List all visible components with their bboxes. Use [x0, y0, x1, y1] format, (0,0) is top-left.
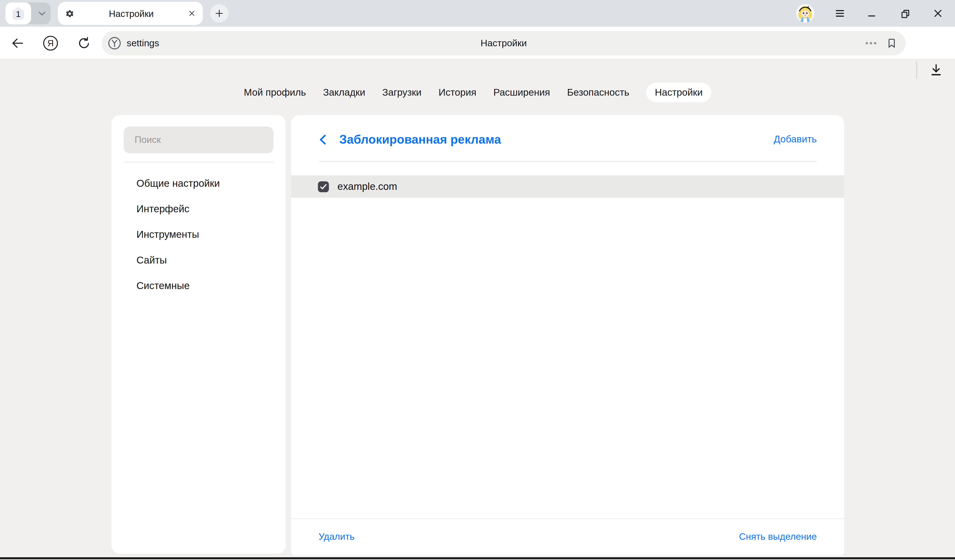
panel-back-icon[interactable]: [318, 134, 328, 145]
downloads-button[interactable]: [928, 62, 944, 78]
sidebar-item-interface[interactable]: Интерфейс: [111, 196, 286, 222]
delete-button[interactable]: Удалить: [318, 531, 355, 542]
panel-footer-divider: [291, 518, 844, 519]
browser-window: 1 Настройки: [0, 0, 955, 560]
blocked-site-row[interactable]: example.com: [291, 175, 844, 198]
tab-count: 1: [10, 5, 26, 21]
refresh-button[interactable]: [77, 36, 91, 51]
tab-counter-group: 1: [5, 2, 51, 24]
settings-sidebar: Общие настройки Интерфейс Инструменты Са…: [111, 115, 286, 554]
blocked-ads-panel: Заблокированная реклама Добавить example…: [291, 115, 844, 555]
site-badge-icon[interactable]: [108, 36, 121, 50]
sidebar-item-tools[interactable]: Инструменты: [111, 222, 286, 247]
tab-close-icon[interactable]: [188, 9, 196, 18]
sidebar-item-system[interactable]: Системные: [111, 273, 286, 298]
gear-icon: [64, 8, 75, 19]
active-tab[interactable]: Настройки: [58, 2, 203, 25]
tab-my-profile[interactable]: Мой профиль: [244, 83, 306, 102]
sidebar-divider: [124, 162, 274, 163]
more-actions-icon[interactable]: [864, 36, 878, 50]
panel-header-divider: [318, 161, 817, 162]
browser-toolbar: Я settings Настройки: [0, 27, 955, 59]
omnibox-page-title: Настройки: [102, 31, 906, 55]
panel-title: Заблокированная реклама: [339, 133, 501, 147]
new-tab-button[interactable]: [210, 4, 229, 23]
back-button[interactable]: [10, 36, 25, 51]
sidebar-items: Общие настройки Интерфейс Инструменты Са…: [111, 170, 286, 298]
row-checkbox[interactable]: [318, 181, 329, 192]
window-restore-button[interactable]: [899, 7, 912, 20]
tab-downloads[interactable]: Загрузки: [382, 83, 421, 102]
window-bottom-edge: [0, 557, 955, 559]
tab-counter-button[interactable]: 1: [5, 2, 31, 24]
window-minimize-button[interactable]: [866, 7, 879, 20]
url-text[interactable]: settings: [127, 31, 159, 55]
deselect-button[interactable]: Снять выделение: [739, 531, 817, 542]
add-button[interactable]: Добавить: [774, 134, 817, 145]
svg-text:Я: Я: [47, 38, 54, 48]
bookmark-icon[interactable]: [886, 37, 898, 49]
tab-strip: 1 Настройки: [0, 0, 955, 27]
tab-bookmarks[interactable]: Закладки: [323, 83, 365, 102]
tab-history[interactable]: История: [438, 83, 476, 102]
toolbar-divider: [916, 62, 917, 78]
tabs-shield-icon: 1: [10, 5, 26, 21]
address-bar[interactable]: settings Настройки: [102, 31, 906, 55]
browser-menu-icon[interactable]: [833, 7, 847, 20]
tab-list-chevron-icon[interactable]: [36, 8, 47, 19]
tab-extensions[interactable]: Расширения: [493, 83, 550, 102]
tab-title: Настройки: [75, 8, 188, 19]
search-input[interactable]: [124, 126, 274, 153]
window-bottom-border: [0, 559, 955, 560]
window-close-button[interactable]: [932, 7, 945, 20]
tab-security[interactable]: Безопасность: [567, 83, 629, 102]
yandex-logo-button[interactable]: Я: [43, 35, 58, 51]
settings-nav-tabs: Мой профиль Закладки Загрузки История Ра…: [0, 83, 955, 102]
blocked-site-domain: example.com: [337, 181, 397, 192]
tab-settings[interactable]: Настройки: [646, 83, 711, 102]
sidebar-item-sites[interactable]: Сайты: [111, 247, 286, 273]
profile-avatar[interactable]: [796, 4, 814, 23]
sidebar-item-general[interactable]: Общие настройки: [111, 170, 286, 196]
